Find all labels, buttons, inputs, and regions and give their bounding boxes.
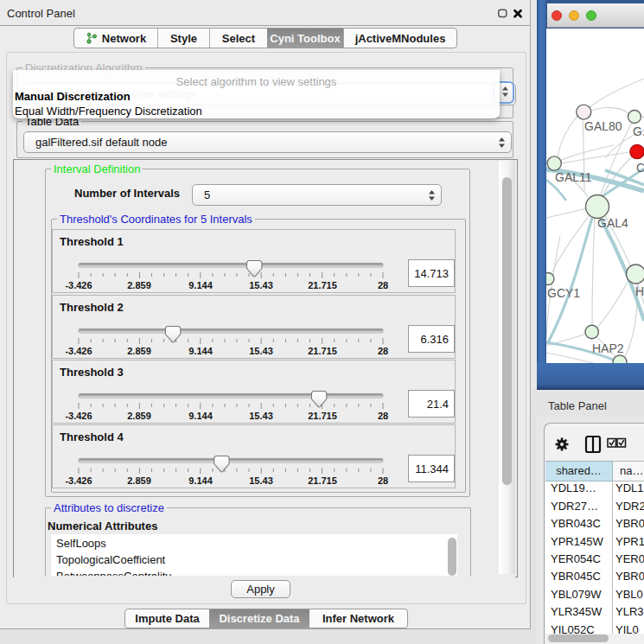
svg-text:GAL11: GAL11 <box>555 170 592 184</box>
svg-text:GAL4: GAL4 <box>597 216 628 230</box>
svg-text:G.: G. <box>633 124 644 138</box>
svg-text:H: H <box>635 284 644 298</box>
svg-text:HAP2: HAP2 <box>592 341 624 355</box>
svg-text:GCY1: GCY1 <box>547 286 580 300</box>
svg-text:C: C <box>636 161 644 175</box>
svg-text:GAL80: GAL80 <box>584 119 622 133</box>
